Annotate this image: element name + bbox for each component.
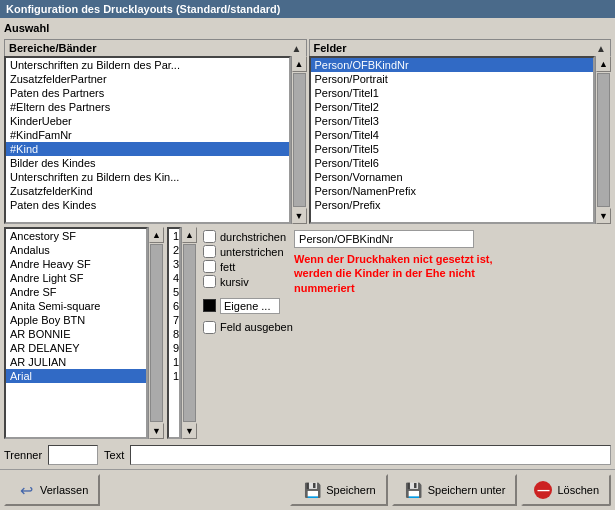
number-scrollbar[interactable]: ▲ ▼ [181, 227, 197, 439]
list-item[interactable]: ZusatzfelderKind [6, 184, 289, 198]
list-item[interactable]: Paten des Partners [6, 86, 289, 100]
felder-scrollbar[interactable]: ▲ ▼ [595, 56, 611, 224]
list-item[interactable]: Person/Titel5 [311, 142, 594, 156]
scroll-up-arrow[interactable]: ▲ [292, 56, 307, 72]
fett-row: fett [203, 260, 286, 273]
font-item[interactable]: AR DELANEY [6, 341, 146, 355]
scroll-down-arrow[interactable]: ▼ [149, 423, 164, 439]
font-item[interactable]: Ancestory SF [6, 229, 146, 243]
bereiche-listbox[interactable]: Unterschriften zu Bildern des Par... Zus… [4, 56, 291, 224]
eigene-input[interactable] [220, 298, 280, 314]
trenner-input[interactable] [48, 445, 98, 465]
font-item[interactable]: Andre Heavy SF [6, 257, 146, 271]
scroll-down-arrow[interactable]: ▼ [292, 208, 307, 224]
list-item[interactable]: ZusatzfelderPartner [6, 72, 289, 86]
num-item[interactable]: 9 [169, 341, 179, 355]
font-item[interactable]: Andalus [6, 243, 146, 257]
font-item[interactable]: AR BONNIE [6, 327, 146, 341]
felder-listbox[interactable]: Person/OFBKindNr Person/Portrait Person/… [309, 56, 596, 224]
list-item[interactable]: Person/NamenPrefix [311, 184, 594, 198]
eigene-color-box[interactable] [203, 299, 216, 312]
text-label: Text [104, 449, 124, 461]
durchstrichen-checkbox[interactable] [203, 230, 216, 243]
list-item[interactable]: Person/Titel2 [311, 100, 594, 114]
num-item[interactable]: 7 [169, 313, 179, 327]
list-item[interactable]: Unterschriften zu Bildern des Par... [6, 58, 289, 72]
main-window: Konfiguration des Drucklayouts (Standard… [0, 0, 615, 510]
bottom-buttons-bar: ↩ Verlassen 💾 Speichern 💾 Speichern unte… [0, 469, 615, 510]
scroll-thumb[interactable] [150, 244, 163, 422]
font-item[interactable]: Apple Boy BTN [6, 313, 146, 327]
speichern-icon: 💾 [302, 480, 322, 500]
feld-ausgeben-checkbox[interactable] [203, 321, 216, 334]
list-item[interactable]: KinderUeber [6, 114, 289, 128]
speichern-unter-icon: 💾 [404, 480, 424, 500]
scroll-up-arrow[interactable]: ▲ [182, 227, 197, 243]
auswahl-label: Auswahl [4, 22, 611, 34]
font-item[interactable]: Anita Semi-square [6, 299, 146, 313]
font-item[interactable]: Andre SF [6, 285, 146, 299]
title-bar: Konfiguration des Drucklayouts (Standard… [0, 0, 615, 18]
felder-header: Felder ▲ [309, 39, 612, 56]
warning-text: Wenn der Druckhaken nict gesetzt ist, we… [294, 252, 494, 295]
feld-ausgeben-label: Feld ausgeben [220, 321, 293, 333]
num-item[interactable]: 5 [169, 285, 179, 299]
felder-sort-arrow[interactable]: ▲ [596, 43, 606, 54]
list-item[interactable]: #Kind [6, 142, 289, 156]
font-item[interactable]: AR JULIAN [6, 355, 146, 369]
num-item[interactable]: 3 [169, 257, 179, 271]
bereiche-sort-arrow[interactable]: ▲ [292, 43, 302, 54]
speichern-unter-label: Speichern unter [428, 484, 506, 496]
list-item[interactable]: Paten des Kindes [6, 198, 289, 212]
scroll-down-arrow[interactable]: ▼ [182, 423, 197, 439]
list-item[interactable]: Person/Titel1 [311, 86, 594, 100]
kursiv-label: kursiv [220, 276, 249, 288]
num-item[interactable]: 2 [169, 243, 179, 257]
list-item[interactable]: Unterschriften zu Bildern des Kin... [6, 170, 289, 184]
scroll-up-arrow[interactable]: ▲ [596, 56, 611, 72]
unterstrichen-row: unterstrichen [203, 245, 286, 258]
num-item[interactable]: 10 [169, 355, 179, 369]
list-item[interactable]: Person/OFBKindNr [311, 58, 594, 72]
list-item[interactable]: Person/Vornamen [311, 170, 594, 184]
speichern-unter-button[interactable]: 💾 Speichern unter [392, 474, 518, 506]
list-item[interactable]: Person/Prefix [311, 198, 594, 212]
durchstrichen-label: durchstrichen [220, 231, 286, 243]
fett-checkbox[interactable] [203, 260, 216, 273]
font-item[interactable]: Arial [6, 369, 146, 383]
num-item[interactable]: 8 [169, 327, 179, 341]
durchstrichen-row: durchstrichen [203, 230, 286, 243]
loeschen-icon: — [533, 480, 553, 500]
scroll-up-arrow[interactable]: ▲ [149, 227, 164, 243]
list-item[interactable]: #Eltern des Partners [6, 100, 289, 114]
bereiche-header: Bereiche/Bänder ▲ [4, 39, 307, 56]
number-list-section: 1 2 3 4 5 6 7 8 9 10 11 ▲ [167, 227, 197, 439]
num-item[interactable]: 4 [169, 271, 179, 285]
list-item[interactable]: Person/Titel4 [311, 128, 594, 142]
loeschen-button[interactable]: — Löschen [521, 474, 611, 506]
verlassen-button[interactable]: ↩ Verlassen [4, 474, 100, 506]
text-input[interactable] [130, 445, 611, 465]
speichern-label: Speichern [326, 484, 376, 496]
num-item[interactable]: 1 [169, 229, 179, 243]
list-item[interactable]: Person/Titel3 [311, 114, 594, 128]
list-item[interactable]: Person/Portrait [311, 72, 594, 86]
kursiv-checkbox[interactable] [203, 275, 216, 288]
unterstrichen-checkbox[interactable] [203, 245, 216, 258]
list-item[interactable]: #KindFamNr [6, 128, 289, 142]
scroll-down-arrow[interactable]: ▼ [596, 208, 611, 224]
scroll-thumb[interactable] [183, 244, 196, 422]
eigene-row [203, 298, 608, 314]
font-listbox[interactable]: Ancestory SF Andalus Andre Heavy SF Andr… [4, 227, 148, 439]
font-scrollbar[interactable]: ▲ ▼ [148, 227, 164, 439]
num-item[interactable]: 6 [169, 299, 179, 313]
bereiche-scrollbar[interactable]: ▲ ▼ [291, 56, 307, 224]
font-item[interactable]: Andre Light SF [6, 271, 146, 285]
list-item[interactable]: Person/Titel6 [311, 156, 594, 170]
scroll-thumb[interactable] [293, 73, 306, 207]
scroll-thumb[interactable] [597, 73, 610, 207]
number-listbox[interactable]: 1 2 3 4 5 6 7 8 9 10 11 [167, 227, 181, 439]
speichern-button[interactable]: 💾 Speichern [290, 474, 388, 506]
num-item[interactable]: 11 [169, 369, 179, 383]
list-item[interactable]: Bilder des Kindes [6, 156, 289, 170]
